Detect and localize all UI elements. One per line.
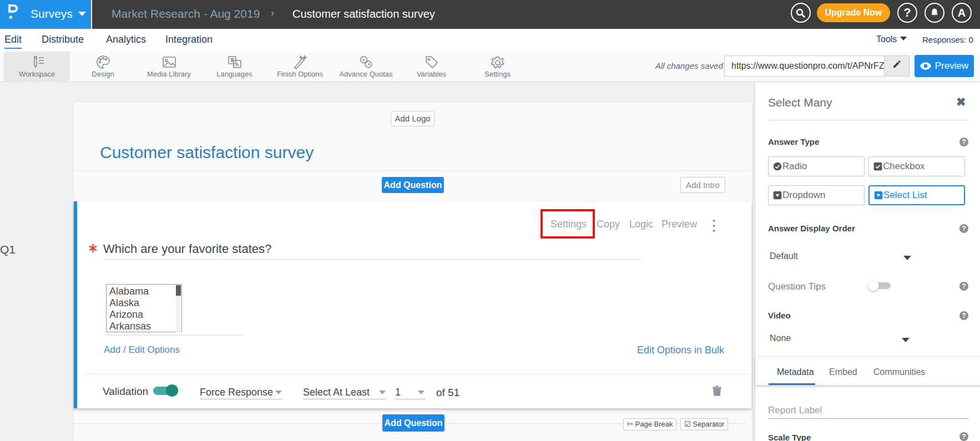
svg-text:A: A (235, 62, 239, 68)
